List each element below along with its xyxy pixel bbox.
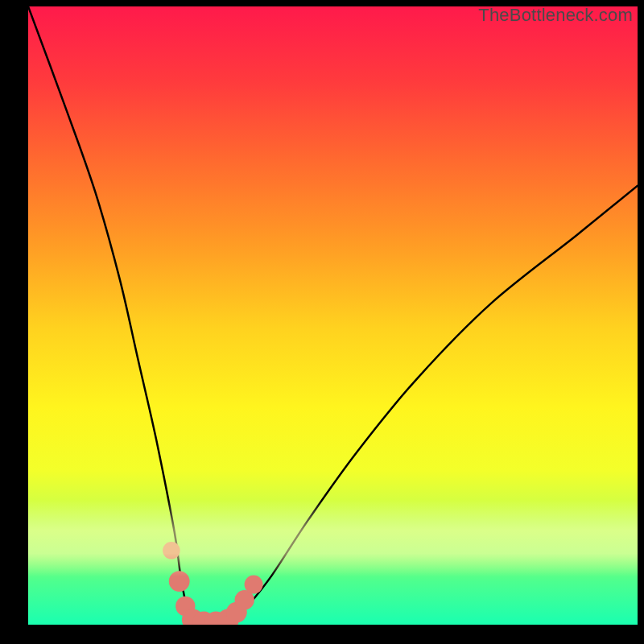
- curve-marker: [226, 602, 247, 623]
- curve-markers: [163, 542, 263, 625]
- bottleneck-curve-path: [28, 6, 638, 625]
- curve-marker: [175, 597, 195, 616]
- chart-plot-area: [28, 6, 638, 625]
- curve-marker: [217, 609, 239, 625]
- curve-marker: [193, 611, 215, 625]
- chart-stage: TheBottleneck.com: [0, 0, 644, 644]
- curve-marker: [169, 571, 190, 592]
- curve-marker: [235, 590, 254, 609]
- curve-marker: [163, 542, 180, 559]
- chart-svg: [28, 6, 638, 625]
- curve-marker: [245, 576, 263, 594]
- curve-marker: [182, 609, 204, 625]
- curve-marker: [205, 611, 227, 625]
- watermark-text: TheBottleneck.com: [478, 5, 633, 26]
